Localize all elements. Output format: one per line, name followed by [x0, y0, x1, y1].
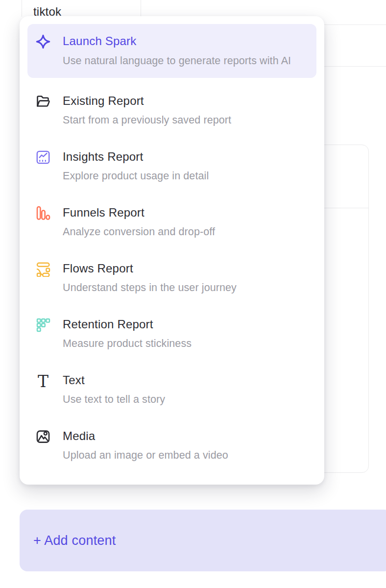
background-card-column-border	[141, 0, 141, 17]
menu-item-description: Start from a previously saved report	[63, 113, 231, 128]
background-card-left-border	[22, 0, 22, 17]
menu-item-title: Media	[63, 429, 228, 443]
add-content-button[interactable]: + Add content	[20, 510, 386, 571]
menu-item-description: Upload an image or embed a video	[63, 448, 228, 463]
menu-item-description: Understand steps in the user journey	[63, 280, 237, 295]
background-row-divider	[323, 66, 386, 67]
menu-item-title: Launch Spark	[63, 34, 291, 49]
add-content-label: + Add content	[33, 533, 116, 548]
add-content-menu: Launch Spark Use natural language to gen…	[20, 16, 324, 485]
menu-item-flows-report[interactable]: Flows Report Understand steps in the use…	[20, 261, 324, 295]
menu-item-description: Analyze conversion and drop-off	[63, 224, 215, 240]
menu-item-title: Funnels Report	[63, 205, 215, 220]
menu-item-media[interactable]: Media Upload an image or embed a video	[20, 429, 324, 463]
text-icon: T	[35, 373, 51, 389]
menu-item-funnels-report[interactable]: Funnels Report Analyze conversion and dr…	[20, 205, 324, 240]
menu-item-insights-report[interactable]: Insights Report Explore product usage in…	[20, 149, 324, 184]
svg-text:T: T	[38, 373, 48, 389]
menu-item-title: Insights Report	[63, 149, 209, 164]
menu-item-description: Explore product usage in detail	[63, 169, 209, 184]
menu-item-title: Existing Report	[63, 94, 231, 108]
media-image-icon	[35, 429, 51, 444]
menu-item-retention-report[interactable]: Retention Report Measure product stickin…	[20, 317, 324, 351]
retention-grid-icon	[35, 317, 51, 333]
folder-open-icon	[35, 94, 51, 109]
menu-item-description: Measure product stickiness	[63, 336, 192, 351]
menu-item-launch-spark[interactable]: Launch Spark Use natural language to gen…	[27, 24, 316, 78]
insights-chart-icon	[35, 149, 51, 165]
menu-item-description: Use text to tell a story	[63, 392, 165, 407]
menu-item-text[interactable]: T Text Use text to tell a story	[20, 373, 324, 407]
background-row-divider	[323, 24, 386, 25]
spark-icon	[35, 34, 51, 49]
funnels-bars-icon	[35, 205, 51, 221]
menu-item-existing-report[interactable]: Existing Report Start from a previously …	[20, 94, 324, 128]
menu-item-title: Retention Report	[63, 317, 192, 332]
menu-item-description: Use natural language to generate reports…	[63, 51, 291, 70]
menu-item-title: Flows Report	[63, 261, 237, 276]
menu-item-title: Text	[63, 373, 165, 388]
flows-icon	[35, 261, 51, 277]
